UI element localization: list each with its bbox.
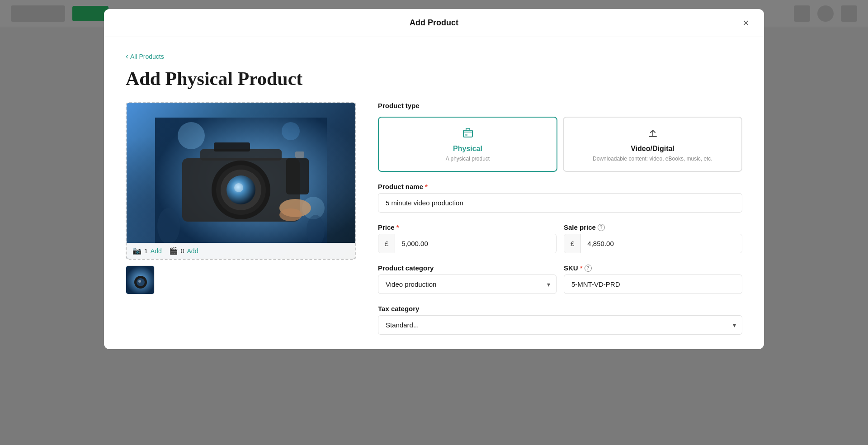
digital-icon [646, 127, 659, 142]
product-image [127, 103, 355, 259]
sale-price-input[interactable] [581, 234, 742, 253]
physical-type-card[interactable]: Physical A physical product [378, 117, 557, 172]
sku-help-icon[interactable]: ? [585, 265, 592, 272]
all-products-link[interactable]: All Products [126, 52, 164, 61]
category-select-wrapper: Video production Photography Audio produ… [378, 275, 557, 294]
product-name-input[interactable] [378, 193, 742, 213]
svg-rect-23 [465, 134, 467, 136]
modal-title: Add Product [410, 18, 458, 28]
modal-overlay: Add Product × All Products Add Physical … [0, 0, 868, 445]
photo-add-button[interactable]: Add [151, 247, 162, 255]
svg-point-15 [279, 208, 302, 221]
product-name-field-group: Product name * [378, 183, 742, 213]
physical-icon [462, 127, 474, 142]
tax-category-select-wrapper: Standard... ▾ [378, 315, 742, 335]
tax-category-select[interactable]: Standard... [378, 315, 742, 335]
sale-price-input-wrapper: £ [564, 234, 742, 253]
content-grid: 📷 1 Add 🎬 0 Add [126, 102, 742, 335]
thumbnail-row [126, 265, 356, 294]
price-required: * [396, 223, 399, 231]
breadcrumb: All Products [126, 52, 742, 61]
tax-category-section: Tax category Standard... ▾ [378, 305, 742, 335]
price-field-group: Price * £ [378, 223, 557, 253]
digital-type-name: Video/Digital [631, 145, 675, 153]
physical-type-desc: A physical product [446, 156, 490, 162]
page-title: Add Physical Product [126, 68, 742, 89]
camera-illustration [155, 118, 327, 244]
product-type-grid: Physical A physical product [378, 117, 742, 172]
product-type-label: Product type [378, 102, 742, 109]
modal-header: Add Product × [104, 9, 764, 37]
svg-rect-11 [214, 142, 250, 151]
price-input-wrapper: £ [378, 234, 557, 253]
image-area: 📷 1 Add 🎬 0 Add [126, 102, 356, 294]
video-add-button[interactable]: Add [187, 247, 198, 255]
product-type-section: Product type [378, 102, 742, 172]
cat-sku-row: Product category Video production Photog… [378, 264, 742, 294]
video-toolbar-item: 🎬 0 Add [169, 246, 198, 255]
form-area: Product type [378, 102, 742, 335]
thumbnail-1[interactable] [126, 265, 155, 294]
sku-label: SKU * ? [564, 264, 742, 272]
category-select[interactable]: Video production Photography Audio produ… [378, 275, 557, 294]
svg-rect-12 [295, 151, 304, 158]
tax-category-label: Tax category [378, 305, 742, 312]
sale-price-help-icon[interactable]: ? [598, 224, 605, 231]
photo-count: 1 [144, 247, 148, 255]
category-label: Product category [378, 264, 557, 272]
price-row: Price * £ Sale price ? [378, 223, 742, 253]
svg-point-9 [234, 183, 243, 192]
video-icon: 🎬 [169, 246, 178, 255]
product-name-required: * [425, 183, 428, 190]
image-upload-box[interactable]: 📷 1 Add 🎬 0 Add [126, 102, 356, 260]
svg-point-16 [157, 208, 180, 244]
price-label: Price * [378, 223, 557, 231]
sku-required: * [580, 264, 583, 272]
category-field-group: Product category Video production Photog… [378, 264, 557, 294]
svg-rect-22 [463, 130, 472, 137]
video-count: 0 [181, 247, 184, 255]
price-currency-symbol: £ [378, 234, 395, 253]
image-toolbar: 📷 1 Add 🎬 0 Add [127, 243, 355, 259]
photo-toolbar-item: 📷 1 Add [132, 246, 162, 255]
svg-point-2 [282, 122, 300, 140]
modal-body: All Products Add Physical Product [104, 37, 764, 349]
sale-price-field-group: Sale price ? £ [564, 223, 742, 253]
physical-type-name: Physical [453, 145, 482, 153]
digital-type-desc: Downloadable content: video, eBooks, mus… [593, 156, 712, 162]
modal-close-button[interactable]: × [739, 16, 753, 30]
thumbnail-img-1 [126, 266, 154, 294]
sale-price-label: Sale price ? [564, 223, 742, 231]
add-product-modal: Add Product × All Products Add Physical … [104, 9, 764, 349]
svg-point-21 [138, 280, 141, 283]
price-input[interactable] [395, 234, 556, 253]
svg-rect-13 [286, 158, 309, 194]
svg-point-1 [178, 122, 205, 149]
sale-price-currency-symbol: £ [564, 234, 581, 253]
sku-field-group: SKU * ? [564, 264, 742, 294]
camera-icon: 📷 [132, 246, 142, 255]
sku-input[interactable] [564, 275, 742, 294]
camera-svg-container [127, 103, 355, 259]
digital-type-card[interactable]: Video/Digital Downloadable content: vide… [563, 117, 742, 172]
product-name-label: Product name * [378, 183, 742, 190]
